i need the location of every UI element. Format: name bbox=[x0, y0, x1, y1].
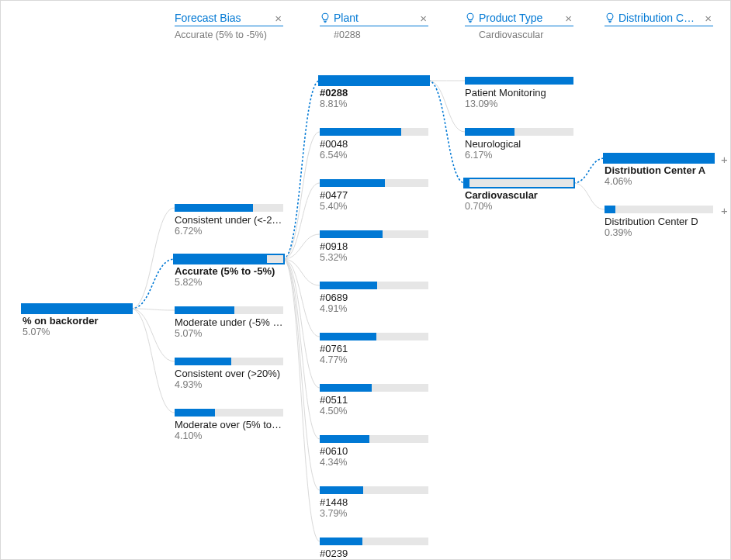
expand-icon[interactable]: + bbox=[721, 204, 728, 217]
node-value: 5.32% bbox=[320, 252, 428, 263]
node-label: #0918 bbox=[320, 240, 428, 252]
node-bar bbox=[320, 333, 428, 340]
node-value: 4.10% bbox=[175, 430, 283, 441]
root-node[interactable]: % on backorder 5.07% bbox=[23, 305, 131, 337]
node-label: Moderate over (5% to … bbox=[175, 419, 283, 430]
node-bar bbox=[465, 128, 573, 136]
node-bar bbox=[605, 154, 713, 162]
node-bar bbox=[320, 384, 428, 392]
node-bar bbox=[320, 230, 428, 238]
tree-node[interactable]: Distribution Center A4.06% bbox=[605, 154, 713, 187]
root-bar bbox=[23, 305, 131, 313]
tree-node[interactable]: #06104.34% bbox=[320, 435, 428, 468]
tree-node[interactable]: Patient Monitoring13.09% bbox=[465, 77, 573, 109]
node-bar bbox=[320, 538, 428, 545]
column-title: Product Type bbox=[479, 12, 560, 24]
tree-node[interactable]: #07614.77% bbox=[320, 333, 428, 365]
column-subtitle: Accurate (5% to -5%) bbox=[175, 29, 267, 40]
tree-node[interactable]: Cardiovascular0.70% bbox=[465, 179, 573, 212]
node-label: #0288 bbox=[320, 87, 428, 99]
column: Product Type×CardiovascularPatient Monit… bbox=[465, 1, 589, 559]
close-icon[interactable]: × bbox=[563, 12, 573, 24]
node-value: 0.39% bbox=[605, 227, 713, 238]
column-subtitle: #0288 bbox=[334, 29, 361, 40]
column-title: Distribution Cent… bbox=[618, 12, 700, 24]
node-label: Consistent over (>20%) bbox=[175, 368, 283, 379]
tree-node[interactable]: Moderate over (5% to …4.10% bbox=[175, 409, 283, 441]
close-icon[interactable]: × bbox=[703, 12, 713, 24]
node-label: Cardiovascular bbox=[465, 189, 573, 201]
node-bar bbox=[175, 306, 283, 314]
node-label: Moderate under (-5% … bbox=[175, 316, 283, 328]
lightbulb-icon bbox=[320, 12, 331, 23]
column-title: Plant bbox=[334, 12, 415, 24]
node-bar bbox=[320, 179, 428, 187]
tree-node[interactable]: #00486.54% bbox=[320, 128, 428, 161]
node-value: 0.70% bbox=[465, 201, 573, 212]
node-label: Distribution Center A bbox=[605, 164, 713, 176]
column-header[interactable]: Distribution Cent…× bbox=[605, 12, 713, 26]
node-label: #0477 bbox=[320, 189, 428, 201]
close-icon[interactable]: × bbox=[418, 12, 428, 24]
node-label: Distribution Center D bbox=[605, 216, 713, 227]
node-value: 4.50% bbox=[320, 406, 428, 417]
node-value: 6.72% bbox=[175, 226, 283, 237]
node-bar bbox=[320, 486, 428, 494]
column: Plant×#0288#02888.81%#00486.54%#04775.40… bbox=[320, 1, 444, 559]
node-bar bbox=[465, 179, 573, 187]
node-bar bbox=[320, 77, 428, 85]
node-bar bbox=[320, 128, 428, 136]
node-value: 5.07% bbox=[175, 328, 283, 339]
node-bar bbox=[320, 435, 428, 443]
node-value: 6.54% bbox=[320, 150, 428, 161]
node-value: 4.91% bbox=[320, 303, 428, 314]
tree-node[interactable]: #14483.79% bbox=[320, 486, 428, 519]
tree-node[interactable]: #02888.81% bbox=[320, 77, 428, 109]
tree-node[interactable]: #09185.32% bbox=[320, 230, 428, 263]
node-label: Neurological bbox=[465, 138, 573, 150]
node-value: 4.93% bbox=[175, 379, 283, 390]
tree-node[interactable]: Accurate (5% to -5%)5.82% bbox=[175, 255, 283, 288]
node-label: Patient Monitoring bbox=[465, 87, 573, 99]
column-header[interactable]: Product Type× bbox=[465, 12, 573, 26]
root-value: 5.07% bbox=[23, 327, 131, 337]
tree-node[interactable]: Neurological6.17% bbox=[465, 128, 573, 161]
expand-icon[interactable]: + bbox=[721, 153, 728, 166]
node-value: 4.34% bbox=[320, 457, 428, 468]
tree-node[interactable]: #06894.91% bbox=[320, 282, 428, 314]
node-bar bbox=[175, 409, 283, 417]
column-title: Forecast Bias bbox=[175, 12, 270, 24]
node-value: 5.82% bbox=[175, 277, 283, 288]
node-label: Consistent under (<-2… bbox=[175, 214, 283, 226]
node-value: 4.77% bbox=[320, 354, 428, 365]
column-header[interactable]: Forecast Bias× bbox=[175, 12, 283, 26]
node-label: #0689 bbox=[320, 292, 428, 303]
tree-node[interactable]: #02393.74% bbox=[320, 538, 428, 560]
close-icon[interactable]: × bbox=[273, 12, 283, 24]
node-bar bbox=[320, 282, 428, 289]
lightbulb-icon bbox=[605, 12, 615, 23]
tree-node[interactable]: Moderate under (-5% …5.07% bbox=[175, 306, 283, 339]
node-value: 5.40% bbox=[320, 201, 428, 212]
lightbulb-icon bbox=[465, 12, 476, 23]
node-label: #1448 bbox=[320, 496, 428, 508]
tree-node[interactable]: Consistent over (>20%)4.93% bbox=[175, 358, 283, 390]
node-label: #0048 bbox=[320, 138, 428, 150]
node-bar bbox=[605, 206, 713, 213]
column-header[interactable]: Plant× bbox=[320, 12, 428, 26]
tree-node[interactable]: Distribution Center D0.39% bbox=[605, 206, 713, 238]
column: Forecast Bias×Accurate (5% to -5%)Consis… bbox=[175, 1, 299, 559]
root-label: % on backorder bbox=[23, 315, 131, 327]
tree-node[interactable]: #04775.40% bbox=[320, 179, 428, 212]
node-value: 3.79% bbox=[320, 508, 428, 519]
tree-node[interactable]: Consistent under (<-2…6.72% bbox=[175, 204, 283, 237]
node-label: #0610 bbox=[320, 445, 428, 457]
node-value: 8.81% bbox=[320, 99, 428, 109]
column: Distribution Cent…×Distribution Center A… bbox=[605, 1, 729, 559]
node-value: 4.06% bbox=[605, 176, 713, 187]
node-value: 13.09% bbox=[465, 99, 573, 109]
node-label: Accurate (5% to -5%) bbox=[175, 265, 283, 277]
node-bar bbox=[175, 358, 283, 365]
column-subtitle: Cardiovascular bbox=[479, 29, 543, 40]
tree-node[interactable]: #05114.50% bbox=[320, 384, 428, 417]
